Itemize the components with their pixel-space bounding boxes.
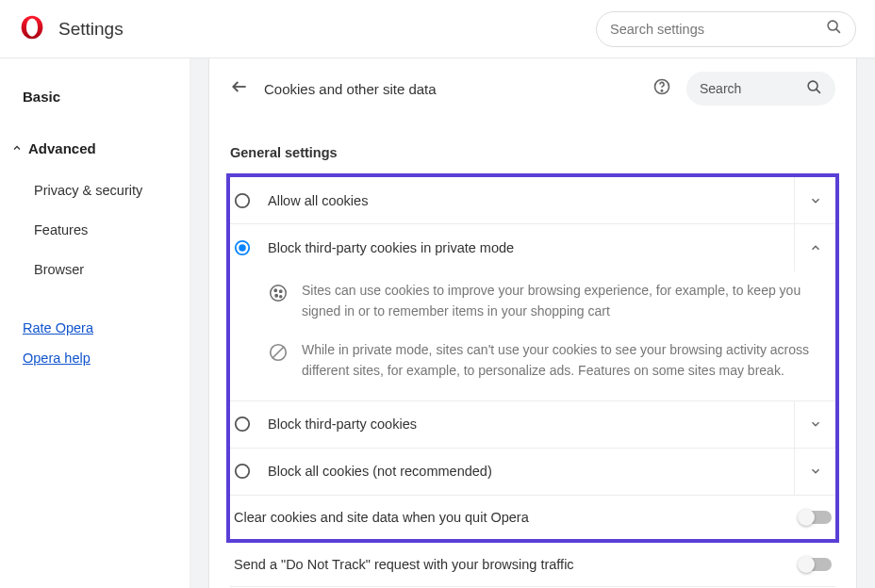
svg-line-8 <box>817 89 820 92</box>
sidebar-item-privacy[interactable]: Privacy & security <box>0 173 190 207</box>
block-icon <box>268 342 289 363</box>
section-subhead: General settings <box>230 119 835 173</box>
section-search[interactable] <box>686 72 835 106</box>
sidebar-item-advanced[interactable]: Advanced <box>0 131 190 166</box>
sidebar-item-features[interactable]: Features <box>0 213 190 247</box>
section-search-input[interactable] <box>700 81 797 96</box>
app-title: Settings <box>58 19 124 40</box>
svg-point-15 <box>275 295 277 297</box>
app-header: Settings <box>0 0 875 58</box>
option-allow-all[interactable]: Allow all cookies <box>230 177 835 224</box>
page-title: Cookies and other site data <box>264 81 637 97</box>
svg-point-14 <box>280 290 282 292</box>
sidebar-item-browser[interactable]: Browser <box>0 253 190 286</box>
collapse-button[interactable] <box>794 224 835 271</box>
cookie-icon <box>268 283 289 303</box>
svg-point-9 <box>236 193 249 206</box>
chevron-down-icon <box>809 417 822 431</box>
svg-line-18 <box>273 348 284 358</box>
expand-button[interactable] <box>794 401 835 448</box>
global-search-input[interactable] <box>610 22 818 37</box>
option-label: Block third-party cookies <box>268 416 777 432</box>
clear-on-quit-toggle[interactable] <box>800 511 832 524</box>
option-details: Sites can use cookies to improve your br… <box>230 271 835 401</box>
content-card: Cookies and other site data <box>208 58 857 588</box>
svg-point-11 <box>239 244 246 252</box>
dnt-toggle[interactable] <box>800 558 832 571</box>
svg-point-2 <box>828 21 837 30</box>
sidebar-advanced-label: Advanced <box>28 140 96 156</box>
link-opera-help[interactable]: Opera help <box>0 343 190 373</box>
svg-point-6 <box>661 90 662 91</box>
clear-on-quit-row: Clear cookies and site data when you qui… <box>230 496 835 539</box>
global-search[interactable] <box>596 11 856 47</box>
link-rate-opera[interactable]: Rate Opera <box>0 313 190 343</box>
radio-checked-icon[interactable] <box>234 239 251 256</box>
option-label: Allow all cookies <box>268 193 777 208</box>
option-label: Block all cookies (not recommended) <box>268 464 777 479</box>
svg-point-16 <box>280 296 282 298</box>
svg-point-19 <box>236 417 249 431</box>
help-icon[interactable] <box>652 77 671 100</box>
sidebar: Basic Advanced Privacy & security Featur… <box>0 58 190 588</box>
expand-button[interactable] <box>794 449 835 495</box>
opera-logo-icon <box>19 14 45 44</box>
info-text: Sites can use cookies to improve your br… <box>302 281 832 321</box>
chevron-up-icon <box>11 140 23 156</box>
expand-button[interactable] <box>794 177 835 223</box>
radio-unchecked-icon[interactable] <box>234 463 251 480</box>
chevron-down-icon <box>809 465 822 478</box>
back-arrow-icon[interactable] <box>230 77 249 100</box>
svg-point-7 <box>808 81 817 90</box>
radio-unchecked-icon[interactable] <box>234 192 251 209</box>
clear-on-quit-label: Clear cookies and site data when you qui… <box>234 510 783 525</box>
option-label: Block third-party cookies in private mod… <box>268 240 777 255</box>
search-icon <box>806 79 822 99</box>
option-block-3p-private[interactable]: Block third-party cookies in private mod… <box>230 224 835 271</box>
option-block-3p[interactable]: Block third-party cookies <box>230 401 835 449</box>
svg-point-20 <box>236 465 249 478</box>
svg-point-1 <box>26 18 38 36</box>
svg-line-3 <box>836 29 840 33</box>
chevron-up-icon <box>809 241 822 254</box>
radio-unchecked-icon[interactable] <box>234 416 251 433</box>
info-text: While in private mode, sites can't use y… <box>302 340 832 381</box>
cookie-options-highlight: Allow all cookies Block third-part <box>226 173 839 543</box>
option-block-all[interactable]: Block all cookies (not recommended) <box>230 449 835 496</box>
search-icon <box>826 19 842 39</box>
chevron-down-icon <box>809 194 822 207</box>
svg-point-12 <box>271 286 287 302</box>
dnt-label: Send a "Do Not Track" request with your … <box>234 557 783 572</box>
dnt-row: Send a "Do Not Track" request with your … <box>230 543 835 587</box>
svg-point-13 <box>274 289 276 291</box>
sidebar-item-basic[interactable]: Basic <box>0 79 190 114</box>
